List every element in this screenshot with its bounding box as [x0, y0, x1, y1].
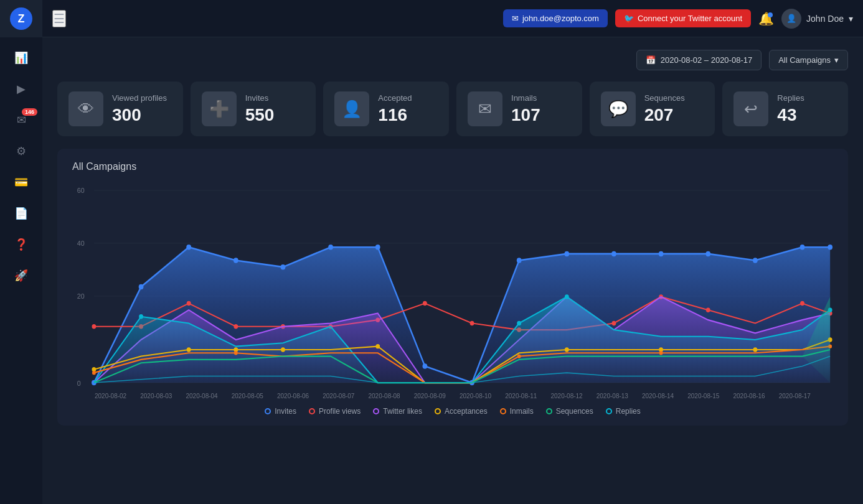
acceptances-legend-dot [435, 408, 441, 414]
twitter-connect-button[interactable]: 🐦 Connect your Twitter account [615, 9, 751, 27]
svg-point-49 [565, 347, 569, 352]
svg-point-11 [233, 258, 238, 263]
sidebar-item-settings[interactable]: ⚙ [0, 137, 42, 166]
twitter-icon: 🐦 [624, 14, 634, 23]
viewed-profiles-label: Viewed profiles [112, 93, 167, 103]
sidebar-item-play[interactable]: ▶ [0, 75, 42, 103]
chart-container: 60 40 20 0 [72, 181, 833, 393]
campaigns-filter-button[interactable]: All Campaigns ▾ [769, 50, 848, 70]
play-icon: ▶ [17, 82, 26, 96]
user-menu-button[interactable]: 👤 John Doe ▾ [781, 9, 853, 29]
viewed-profiles-icon: 👁 [68, 91, 103, 126]
sidebar-item-docs[interactable]: 📄 [0, 199, 42, 228]
svg-point-53 [92, 371, 96, 375]
svg-point-48 [375, 344, 380, 348]
chart-card: All Campaigns 60 40 20 0 [57, 149, 848, 426]
svg-point-22 [753, 258, 758, 263]
svg-point-24 [828, 245, 832, 250]
svg-point-15 [423, 363, 428, 369]
billing-icon: 💳 [14, 175, 28, 189]
replies-legend-label: Replies [616, 407, 641, 416]
sequences-icon: 💬 [601, 91, 636, 126]
svg-point-51 [753, 347, 757, 352]
launch-icon: 🚀 [14, 269, 28, 282]
svg-point-13 [328, 245, 333, 250]
chart-svg: 60 40 20 0 [72, 181, 833, 393]
svg-point-37 [706, 307, 710, 312]
svg-point-28 [233, 324, 238, 329]
svg-text:20: 20 [77, 292, 85, 301]
replies-icon: ↩ [733, 91, 768, 126]
stat-card-viewed-profiles: 👁 Viewed profiles 300 [57, 82, 183, 136]
email-button[interactable]: ✉ john.doe@zopto.com [503, 9, 608, 27]
replies-value: 43 [777, 105, 804, 125]
svg-point-18 [564, 251, 569, 257]
svg-point-32 [423, 301, 427, 306]
accepted-label: Accepted [378, 93, 412, 103]
docs-icon: 📄 [14, 207, 28, 220]
svg-point-56 [659, 351, 663, 355]
svg-point-54 [234, 351, 238, 355]
invites-icon: ➕ [202, 91, 237, 126]
svg-point-42 [565, 294, 569, 299]
svg-point-41 [517, 321, 521, 325]
hamburger-button[interactable]: ☰ [52, 10, 66, 27]
sidebar-item-help[interactable]: ❓ [0, 230, 42, 259]
sidebar-nav: 📊▶✉146⚙💳📄❓🚀 [0, 37, 42, 296]
stat-card-invites: ➕ Invites 550 [191, 82, 316, 136]
help-icon: ❓ [14, 238, 28, 251]
legend-item-acceptances: Acceptances [435, 407, 488, 416]
svg-point-17 [517, 258, 522, 263]
svg-point-38 [800, 301, 804, 306]
chart-title: All Campaigns [72, 161, 833, 172]
inmails-legend-label: Inmails [510, 407, 534, 416]
svg-point-33 [470, 321, 474, 325]
svg-point-45 [187, 347, 191, 352]
sidebar-item-billing[interactable]: 💳 [0, 168, 42, 197]
svg-point-20 [659, 251, 664, 257]
svg-text:60: 60 [77, 187, 85, 195]
date-range-button[interactable]: 📅 2020-08-02 – 2020-08-17 [636, 50, 762, 70]
top-controls: 📅 2020-08-02 – 2020-08-17 All Campaigns … [57, 50, 848, 70]
sidebar-item-dashboard[interactable]: 📊 [0, 44, 42, 72]
invites-legend-label: Invites [275, 407, 296, 416]
invites-legend-dot [265, 408, 271, 414]
notifications-button[interactable]: 🔔 [758, 11, 774, 26]
badge-mail: 146 [22, 108, 37, 116]
inmails-legend-dot [500, 408, 506, 414]
content-area: 📅 2020-08-02 – 2020-08-17 All Campaigns … [42, 37, 863, 504]
main-area: ☰ ✉ john.doe@zopto.com 🐦 Connect your Tw… [42, 0, 863, 504]
stat-card-sequences: 💬 Sequences 207 [590, 82, 715, 136]
profile_views-legend-dot [309, 408, 315, 414]
avatar: 👤 [781, 9, 801, 29]
legend-item-twitter_likes: Twitter likes [373, 407, 422, 416]
accepted-icon: 👤 [334, 91, 369, 126]
svg-point-27 [187, 301, 191, 306]
replies-label: Replies [777, 93, 804, 103]
svg-point-25 [92, 324, 97, 329]
legend-item-invites: Invites [265, 407, 296, 416]
sequences-value: 207 [644, 105, 685, 125]
inmails-icon: ✉ [468, 91, 502, 126]
sidebar-item-launch[interactable]: 🚀 [0, 261, 42, 290]
sidebar-logo[interactable]: Z [0, 0, 42, 37]
svg-point-47 [281, 347, 285, 352]
stat-card-inmails: ✉ Inmails 107 [456, 82, 582, 136]
svg-point-35 [612, 321, 616, 325]
sequences-legend-label: Sequences [556, 407, 593, 416]
stat-card-replies: ↩ Replies 43 [722, 82, 848, 136]
logo-icon: Z [10, 7, 32, 30]
svg-point-9 [139, 284, 144, 290]
acceptances-legend-label: Acceptances [445, 407, 488, 416]
settings-icon: ⚙ [16, 144, 26, 158]
email-icon: ✉ [512, 14, 519, 23]
stats-row: 👁 Viewed profiles 300 ➕ Invites 550 👤 Ac… [57, 82, 848, 136]
svg-text:0: 0 [77, 380, 81, 388]
svg-point-10 [186, 245, 191, 250]
svg-point-55 [517, 354, 521, 358]
replies-legend-dot [606, 408, 612, 414]
inmails-value: 107 [511, 105, 540, 125]
sidebar-item-mail[interactable]: ✉146 [0, 106, 42, 134]
legend-item-sequences: Sequences [546, 407, 593, 416]
svg-point-12 [281, 264, 286, 270]
